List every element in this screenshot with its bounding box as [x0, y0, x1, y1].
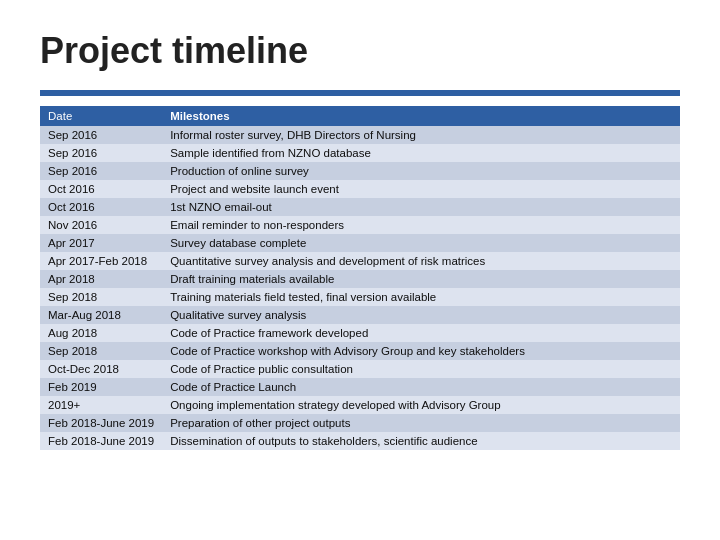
date-cell: Feb 2019 [40, 378, 162, 396]
table-row: Feb 2018-June 2019Dissemination of outpu… [40, 432, 680, 450]
date-cell: Feb 2018-June 2019 [40, 432, 162, 450]
table-row: Nov 2016Email reminder to non-responders [40, 216, 680, 234]
date-cell: Aug 2018 [40, 324, 162, 342]
milestone-cell: Code of Practice public consultation [162, 360, 680, 378]
timeline-table-container: Date Milestones Sep 2016Informal roster … [40, 106, 680, 450]
table-row: Sep 2018Training materials field tested,… [40, 288, 680, 306]
milestone-cell: Survey database complete [162, 234, 680, 252]
date-cell: Sep 2018 [40, 342, 162, 360]
milestone-cell: 1st NZNO email-out [162, 198, 680, 216]
table-row: Sep 2016Production of online survey [40, 162, 680, 180]
table-row: Oct-Dec 2018Code of Practice public cons… [40, 360, 680, 378]
table-row: Sep 2016Sample identified from NZNO data… [40, 144, 680, 162]
milestone-cell: Informal roster survey, DHB Directors of… [162, 126, 680, 144]
milestone-cell: Email reminder to non-responders [162, 216, 680, 234]
page-title: Project timeline [40, 30, 680, 72]
date-cell: Feb 2018-June 2019 [40, 414, 162, 432]
date-cell: Oct 2016 [40, 198, 162, 216]
date-cell: Apr 2018 [40, 270, 162, 288]
date-cell: Apr 2017-Feb 2018 [40, 252, 162, 270]
milestone-cell: Project and website launch event [162, 180, 680, 198]
date-cell: Apr 2017 [40, 234, 162, 252]
table-row: Apr 2017Survey database complete [40, 234, 680, 252]
date-cell: Sep 2016 [40, 144, 162, 162]
header-milestone: Milestones [162, 106, 680, 126]
date-cell: Oct-Dec 2018 [40, 360, 162, 378]
table-row: Feb 2018-June 2019Preparation of other p… [40, 414, 680, 432]
table-row: Sep 2018Code of Practice workshop with A… [40, 342, 680, 360]
page: Project timeline Date Milestones Sep 201… [0, 0, 720, 470]
date-cell: Mar-Aug 2018 [40, 306, 162, 324]
table-row: Aug 2018Code of Practice framework devel… [40, 324, 680, 342]
header-date: Date [40, 106, 162, 126]
milestone-cell: Quantitative survey analysis and develop… [162, 252, 680, 270]
table-row: Mar-Aug 2018Qualitative survey analysis [40, 306, 680, 324]
table-row: Oct 2016Project and website launch event [40, 180, 680, 198]
date-cell: Sep 2016 [40, 126, 162, 144]
table-row: Oct 20161st NZNO email-out [40, 198, 680, 216]
milestone-cell: Training materials field tested, final v… [162, 288, 680, 306]
table-row: 2019+Ongoing implementation strategy dev… [40, 396, 680, 414]
date-cell: 2019+ [40, 396, 162, 414]
milestone-cell: Code of Practice framework developed [162, 324, 680, 342]
milestone-cell: Qualitative survey analysis [162, 306, 680, 324]
milestone-cell: Code of Practice Launch [162, 378, 680, 396]
milestone-cell: Sample identified from NZNO database [162, 144, 680, 162]
milestone-cell: Dissemination of outputs to stakeholders… [162, 432, 680, 450]
timeline-table: Date Milestones Sep 2016Informal roster … [40, 106, 680, 450]
table-row: Apr 2018Draft training materials availab… [40, 270, 680, 288]
date-cell: Sep 2018 [40, 288, 162, 306]
milestone-cell: Production of online survey [162, 162, 680, 180]
blue-divider [40, 90, 680, 96]
date-cell: Sep 2016 [40, 162, 162, 180]
table-row: Feb 2019Code of Practice Launch [40, 378, 680, 396]
milestone-cell: Code of Practice workshop with Advisory … [162, 342, 680, 360]
date-cell: Oct 2016 [40, 180, 162, 198]
milestone-cell: Draft training materials available [162, 270, 680, 288]
table-row: Apr 2017-Feb 2018Quantitative survey ana… [40, 252, 680, 270]
table-row: Sep 2016Informal roster survey, DHB Dire… [40, 126, 680, 144]
milestone-cell: Ongoing implementation strategy develope… [162, 396, 680, 414]
milestone-cell: Preparation of other project outputs [162, 414, 680, 432]
date-cell: Nov 2016 [40, 216, 162, 234]
table-header-row: Date Milestones [40, 106, 680, 126]
